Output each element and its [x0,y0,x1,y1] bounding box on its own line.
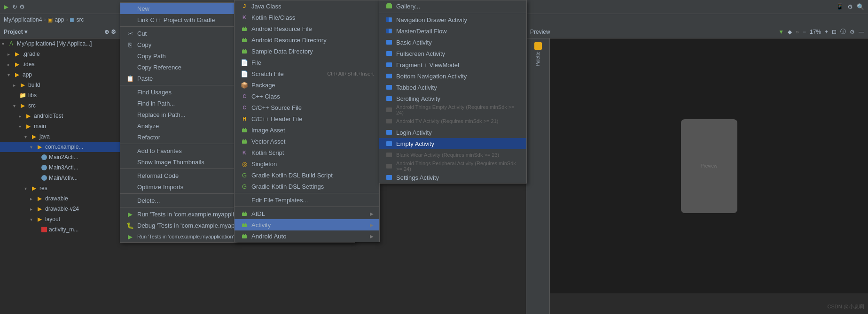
menu-item-scratch-file[interactable]: 📄 Scratch File Ctrl+Alt+Shift+Insert [235,68,379,79]
menu-item-image-asset[interactable]: Image Asset [235,124,379,136]
menu-item-aidl[interactable]: AIDL ▶ [235,208,379,219]
preview-info[interactable]: ⓘ [840,28,846,36]
menu-item-kotlin-class[interactable]: K Kotlin File/Class [235,12,379,23]
activity-template-icon [385,84,393,91]
tree-item-idea[interactable]: ▸ ▶ .idea [0,59,120,69]
menu-item-android-auto[interactable]: Android Auto ▶ [235,230,379,242]
svg-point-5 [245,38,246,39]
menu-item-vector-asset[interactable]: Vector Asset [235,136,379,147]
toolbar-icon-1[interactable]: ⚙ [19,3,25,10]
menu-item-gradle-build[interactable]: G Gradle Kotlin DSL Build Script [235,169,379,181]
menu-item-java-class[interactable]: J Java Class [235,0,379,12]
menu-item-blank-wear[interactable]: Blank Wear Activity (Requires minSdk >= … [379,149,526,161]
svg-point-16 [242,212,243,213]
context-menu-3-activity: Gallery... Navigation Drawer Activity Ma… [379,0,527,184]
cpp-icon: C [240,94,249,99]
tree-item-mainactiv[interactable]: MainActiv... [0,173,120,183]
svg-rect-21 [242,235,247,238]
activity-template-icon [385,50,393,57]
menu-item-cpp-source[interactable]: C C/C++ Source File [235,102,379,113]
context-menu-2-new: J Java Class K Kotlin File/Class Android… [234,0,380,242]
phone-icon[interactable]: 📱 [836,3,844,10]
preview-panel: Preview ▼ ◆ » − 17% + ⊡ ⓘ ⚙ — Palette Pr… [526,25,868,314]
android-auto-icon [240,233,249,239]
menu-item-scrolling[interactable]: Scrolling Activity [379,93,526,104]
vector-asset-icon [240,138,249,145]
tree-item-res[interactable]: ▾ ▶ res [0,183,120,193]
menu-item-nav-drawer[interactable]: Navigation Drawer Activity [379,14,526,25]
tree-item-main[interactable]: ▾ ▶ main [0,121,120,131]
tree-item-com-example[interactable]: ▾ ▶ com.example... [0,142,120,152]
menu-item-gallery[interactable]: Gallery... [379,0,526,12]
menu-item-cpp-class[interactable]: C C++ Class [235,91,379,102]
tree-item-main2acti[interactable]: Main2Acti... [0,152,120,162]
preview-fit[interactable]: ⊡ [832,29,837,35]
preview-zoom-out[interactable]: − [803,29,806,35]
device-preview: Preview [681,119,737,213]
menu-item-android-resource-dir[interactable]: Android Resource Directory [235,34,379,46]
svg-rect-35 [386,96,392,101]
toolbar-right-icons: 📱 ⚙ 🔍 [836,3,864,10]
tree-item-build[interactable]: ▸ ▶ build [0,80,120,90]
menu-item-sample-data-dir[interactable]: Sample Data Directory [235,46,379,57]
sidebar-icon-gear[interactable]: ⚙ [111,29,116,35]
menu-item-settings[interactable]: Settings Activity [379,172,526,183]
tree-item-drawable-v24[interactable]: ▸ ▶ drawable-v24 [0,204,120,214]
menu-item-singleton[interactable]: ◎ Singleton [235,158,379,169]
menu-item-basic-activity[interactable]: Basic Activity [379,37,526,48]
preview-palette-icon[interactable]: ▼ [778,29,784,35]
menu-item-package[interactable]: 📦 Package [235,79,379,91]
menu-item-android-resource-file[interactable]: Android Resource File [235,23,379,34]
menu-item-cpp-header[interactable]: H C/C++ Header File [235,113,379,124]
preview-zoom-in[interactable]: + [825,29,828,35]
menu-item-fullscreen[interactable]: Fullscreen Activity [379,48,526,59]
tree-item-root[interactable]: ▾ A MyApplication4 [My Applica...] [0,38,120,49]
tree-item-drawable[interactable]: ▸ ▶ drawable [0,193,120,204]
tree-item-activity-m[interactable]: activity_m... [0,224,120,235]
menu-item-android-things-peripheral[interactable]: Android Things Peripheral Activity (Requ… [379,161,526,172]
folder-icon: ▶ [24,113,32,119]
menu-item-android-tv[interactable]: Android TV Activity (Requires minSdk >= … [379,115,526,127]
sidebar-header[interactable]: Project ▾ ⊕ ⚙ [0,25,120,38]
debug-icon: 🐛 [126,222,134,229]
preview-title: Preview [530,29,550,35]
preview-component-icon[interactable]: ◆ [788,29,792,35]
menu-item-kotlin-script[interactable]: K Kotlin Script [235,147,379,158]
copy-icon: ⎘ [126,41,134,48]
menu-item-master-detail[interactable]: Master/Detail Flow [379,25,526,37]
folder-icon: ▶ [19,102,26,109]
tree-item-main3acti[interactable]: Main3Acti... [0,162,120,173]
tree-item-androidtest[interactable]: ▸ ▶ androidTest [0,111,120,121]
tree-item-libs[interactable]: 📁 libs [0,90,120,100]
menu-item-tabbed[interactable]: Tabbed Activity [379,82,526,93]
breadcrumb-src[interactable]: src [76,16,84,23]
preview-close-icon[interactable]: — [859,29,864,35]
menu-item-edit-templates[interactable]: Edit File Templates... [235,194,379,206]
palette-label: Palette [535,52,540,66]
settings-icon[interactable]: ⚙ [847,3,853,10]
menu-item-bottom-nav[interactable]: Bottom Navigation Activity [379,70,526,82]
menu-item-android-things-empty[interactable]: Android Things Empty Activity (Requires … [379,104,526,115]
menu-item-empty-activity[interactable]: Empty Activity [379,138,526,149]
menu-item-activity[interactable]: Activity ▶ [235,219,379,230]
refresh-icon[interactable]: ↻ [12,3,17,10]
gradle-icon: G [240,172,249,179]
menu-item-login[interactable]: Login Activity [379,127,526,138]
menu-item-fragment-viewmodel[interactable]: Fragment + ViewModel [379,59,526,70]
menu-item-file[interactable]: 📄 File [235,57,379,68]
run-icon[interactable]: ▶ [4,3,8,10]
tree-item-layout[interactable]: ▾ ▶ layout [0,214,120,224]
breadcrumb-app[interactable]: MyApplication4 [4,16,42,23]
sidebar-icon-add[interactable]: ⊕ [104,29,109,35]
svg-rect-29 [386,29,389,33]
menu-item-gradle-settings[interactable]: G Gradle Kotlin DSL Settings [235,181,379,192]
cut-icon: ✂ [126,30,134,37]
tree-item-src[interactable]: ▾ ▶ src [0,100,120,111]
tree-item-gradle[interactable]: ▸ ▶ .gradle [0,49,120,59]
breadcrumb-app2[interactable]: app [55,16,64,23]
search-icon[interactable]: 🔍 [857,3,864,10]
preview-settings-icon[interactable]: ⚙ [850,29,855,35]
svg-point-19 [242,223,243,224]
tree-item-java[interactable]: ▾ ▶ java [0,131,120,142]
tree-item-app[interactable]: ▾ ▶ app [0,69,120,80]
